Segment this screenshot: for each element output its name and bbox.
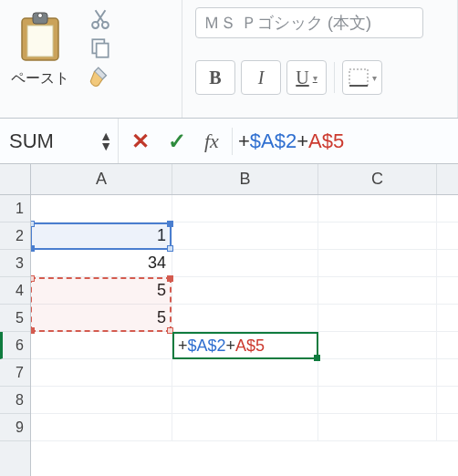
italic-button[interactable]: I	[241, 60, 281, 95]
row-header-7[interactable]: 7	[0, 359, 30, 387]
fill-handle[interactable]	[314, 355, 320, 361]
col-headers: A B C	[31, 164, 458, 195]
cell-b9[interactable]	[172, 414, 318, 440]
formula-bar: ▲ ▼ ✕ ✓ fx +$A$2+A$5	[0, 119, 458, 164]
row-header-8[interactable]: 8	[0, 387, 30, 414]
select-all-corner[interactable]	[0, 164, 30, 195]
row-header-3[interactable]: 3	[0, 250, 30, 277]
cell-c4[interactable]	[318, 277, 437, 304]
cell-b5[interactable]	[172, 305, 318, 331]
svg-rect-8	[349, 69, 368, 86]
row-header-9[interactable]: 9	[0, 414, 30, 441]
cell-b7[interactable]	[172, 359, 318, 386]
copy-icon	[88, 36, 112, 60]
format-painter-button[interactable]	[88, 66, 113, 91]
cell-c7[interactable]	[318, 359, 437, 386]
svg-rect-1	[27, 26, 53, 57]
cell-a4[interactable]: 5	[31, 277, 172, 304]
divider	[334, 62, 335, 93]
cell-a1[interactable]	[31, 195, 172, 222]
svg-point-4	[92, 22, 99, 28]
row-header-6[interactable]: 6	[0, 332, 30, 359]
font-name-select[interactable]: ＭＳ Ｐゴシック (本文)	[195, 7, 423, 38]
cancel-button[interactable]: ✕	[131, 129, 150, 154]
cell-editor[interactable]: +$A$2+A$5	[172, 332, 318, 359]
cell-a3[interactable]: 34	[31, 250, 172, 276]
scissors-icon	[88, 7, 112, 31]
row-headers: 1 2 3 4 5 6 7 8 9	[0, 164, 31, 476]
cell-c3[interactable]	[318, 250, 437, 276]
chevron-down-icon: ▾	[372, 73, 377, 83]
cell-a6[interactable]	[31, 332, 172, 358]
cell-b2[interactable]	[172, 222, 318, 249]
row-header-4[interactable]: 4	[0, 277, 30, 305]
svg-point-3	[38, 14, 43, 18]
borders-button[interactable]: ▾	[342, 60, 382, 95]
cut-button[interactable]	[88, 7, 113, 31]
row-header-1[interactable]: 1	[0, 195, 30, 222]
col-header-c[interactable]: C	[318, 164, 437, 194]
font-group: ＭＳ Ｐゴシック (本文) B I U▾ ▾	[182, 0, 458, 118]
insert-function-button[interactable]: fx	[204, 129, 219, 153]
cell-a8[interactable]	[31, 387, 172, 413]
name-box-stepper[interactable]: ▲ ▼	[99, 131, 112, 151]
cell-b1[interactable]	[172, 195, 318, 222]
cell-c9[interactable]	[318, 414, 437, 440]
copy-button[interactable]	[88, 36, 113, 60]
cell-a5[interactable]: 5	[31, 305, 172, 331]
cell-a9[interactable]	[31, 414, 172, 440]
cell-c2[interactable]	[318, 222, 437, 249]
cells-area: 1 34 5 5 +$A$2+A$	[31, 195, 458, 441]
font-name-value: ＭＳ Ｐゴシック (本文)	[203, 12, 371, 34]
cell-b8[interactable]	[172, 387, 318, 413]
paintbrush-icon	[88, 66, 112, 91]
clipboard-icon	[16, 11, 64, 64]
underline-button[interactable]: U▾	[286, 60, 327, 95]
row-header-5[interactable]: 5	[0, 305, 30, 332]
chevron-down-icon: ▾	[313, 73, 317, 83]
cell-c1[interactable]	[318, 195, 437, 222]
cell-a2[interactable]: 1	[31, 222, 172, 249]
cell-c5[interactable]	[318, 305, 437, 331]
row-header-2[interactable]: 2	[0, 222, 30, 250]
svg-rect-7	[97, 44, 109, 57]
name-box[interactable]	[9, 129, 82, 153]
svg-point-5	[102, 22, 109, 28]
spreadsheet-grid: 1 2 3 4 5 6 7 8 9 A B C 1 34 5 5	[0, 164, 458, 476]
cell-c8[interactable]	[318, 387, 437, 413]
col-header-b[interactable]: B	[172, 164, 318, 194]
cell-b4[interactable]	[172, 277, 318, 304]
paste-button[interactable]: ペースト	[9, 5, 71, 88]
cell-c6[interactable]	[318, 332, 437, 358]
formula-input[interactable]: +$A$2+A$5	[233, 129, 344, 153]
enter-button[interactable]: ✓	[168, 129, 186, 154]
stepper-down-icon[interactable]: ▼	[99, 141, 112, 151]
clipboard-group: ペースト	[0, 0, 182, 118]
ribbon: ペースト	[0, 0, 458, 119]
bold-button[interactable]: B	[195, 60, 235, 95]
cell-a7[interactable]	[31, 359, 172, 386]
col-header-a[interactable]: A	[31, 164, 172, 194]
border-icon	[349, 68, 369, 87]
paste-label: ペースト	[9, 69, 71, 88]
cell-b3[interactable]	[172, 250, 318, 276]
